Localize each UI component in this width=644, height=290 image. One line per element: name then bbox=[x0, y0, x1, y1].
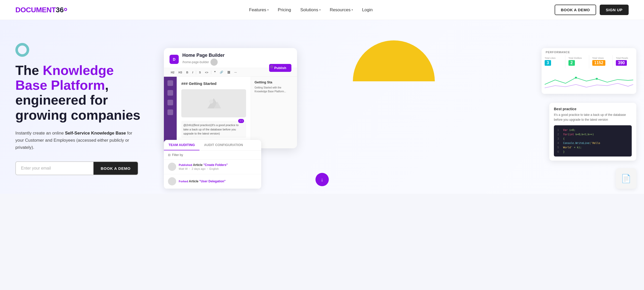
performance-header: PERFORMANCE bbox=[542, 48, 636, 55]
stat-likes-value: 3 bbox=[545, 60, 551, 66]
preview-text: Getting Started with the Knowledge Base … bbox=[255, 86, 293, 93]
toolbar-bold[interactable]: B bbox=[185, 70, 189, 74]
audit-item-1: Published Article "Create Folders" Matt … bbox=[164, 160, 261, 174]
forked-badge: Forked bbox=[179, 180, 188, 183]
book-demo-nav-button[interactable]: BOOK A DEMO bbox=[555, 5, 596, 15]
image-placeholder bbox=[181, 89, 246, 117]
cta-book-demo-button[interactable]: BOOK A DEMO bbox=[93, 162, 138, 175]
hero-content: The Knowledge Base Platform, engineered … bbox=[15, 35, 149, 175]
login-link[interactable]: Login bbox=[362, 7, 373, 13]
code-line-6: 6 } bbox=[557, 150, 628, 154]
audit-item-title-1: Published Article "Create Folders" bbox=[179, 163, 257, 167]
stat-reads: Total Reads 390 bbox=[613, 55, 636, 68]
audit-filter[interactable]: ⊟ Filter by bbox=[164, 151, 261, 160]
audit-item-content-1: Published Article "Create Folders" Matt … bbox=[179, 163, 257, 170]
nav-links: Features ▾ Pricing Solutions ▾ Resources… bbox=[249, 7, 373, 13]
svg-point-2 bbox=[209, 99, 213, 104]
stat-likes: Total Likes 3 bbox=[542, 55, 565, 68]
preview-title: Getting Sta bbox=[255, 80, 293, 84]
audit-card: TEAM AUDITING AUDIT CONFIGURATION ⊟ Filt… bbox=[164, 140, 261, 189]
sidebar-icon-3 bbox=[167, 100, 173, 105]
chevron-down-icon: ▾ bbox=[352, 8, 353, 11]
tab-team-auditing[interactable]: TEAM AUDITING bbox=[164, 140, 199, 150]
best-practice-title: Best practice bbox=[554, 107, 632, 111]
article-preview: Getting Sta Getting Started with the Kno… bbox=[251, 77, 297, 148]
performance-chart bbox=[542, 68, 636, 94]
nav-item-pricing[interactable]: Pricing bbox=[278, 7, 291, 13]
file-icon: 📄 bbox=[621, 174, 631, 183]
hero-cta-form: BOOK A DEMO bbox=[15, 161, 138, 175]
toolbar-h2[interactable]: H2 bbox=[170, 70, 176, 74]
gear-icon[interactable]: ⚙ bbox=[270, 64, 273, 69]
nav-item-features[interactable]: Features ▾ bbox=[249, 7, 269, 13]
toolbar-blockquote[interactable]: ❝ bbox=[213, 70, 217, 74]
mountain-icon bbox=[206, 97, 221, 110]
logo[interactable]: DOCUMENT 36 bbox=[15, 6, 67, 14]
svg-point-3 bbox=[575, 77, 577, 79]
editor-body: ### Getting Started 1 1 @(Info)(Best pra… bbox=[164, 77, 297, 148]
code-line-5: 5 World' + k); bbox=[557, 145, 628, 150]
sidebar-icon-1 bbox=[167, 80, 173, 86]
toolbar-italic[interactable]: I bbox=[191, 70, 194, 74]
features-link[interactable]: Features ▾ bbox=[249, 7, 269, 13]
best-practice-text: It's a good practice to take a back up o… bbox=[554, 113, 632, 122]
hero-mockup: D Home Page Builder /home-page-builder P… bbox=[159, 35, 629, 189]
scroll-down-icon: ↓ bbox=[321, 177, 323, 183]
stat-dislikes-value: 2 bbox=[568, 60, 575, 66]
toolbar-more[interactable]: ··· bbox=[233, 70, 238, 74]
chart-svg bbox=[545, 71, 633, 91]
scroll-circle[interactable]: ↓ bbox=[315, 173, 329, 186]
audit-item-2: Forked Article "User Delegation" bbox=[164, 174, 261, 189]
dot-separator: ● bbox=[207, 168, 208, 170]
stat-views-value: 1152 bbox=[592, 60, 606, 66]
stat-dislikes-label: Total Dislikes bbox=[568, 57, 586, 59]
filter-icon: ⊟ bbox=[168, 153, 171, 157]
stat-dislikes: Total Dislikes 2 bbox=[565, 55, 589, 68]
stat-views: Total Views 1152 bbox=[589, 55, 613, 68]
editor-sidebar bbox=[164, 77, 177, 148]
code-line-1: 1 Var i=0; bbox=[557, 128, 628, 132]
best-practice-card: Best practice It's a good practice to ta… bbox=[549, 103, 636, 161]
sidebar-icon-4 bbox=[167, 109, 173, 115]
pricing-link[interactable]: Pricing bbox=[278, 7, 291, 13]
email-input[interactable] bbox=[16, 162, 93, 175]
nav-actions: BOOK A DEMO SIGN UP bbox=[555, 5, 629, 15]
nav-item-solutions[interactable]: Solutions ▾ bbox=[300, 7, 321, 13]
published-badge: Published bbox=[179, 163, 192, 166]
code-line-2: 2 for(int k=0;k<t;k++) bbox=[557, 132, 628, 137]
toolbar-link[interactable]: 🔗 bbox=[218, 70, 225, 74]
toolbar-separator bbox=[211, 71, 211, 74]
performance-stats: Total Likes 3 Total Dislikes 2 Total Vie… bbox=[542, 55, 636, 68]
editor-callout: 1 1 @(Info)(Best practice)(It's a good p… bbox=[181, 121, 246, 138]
resources-link[interactable]: Resources ▾ bbox=[330, 7, 353, 13]
avatar bbox=[210, 59, 218, 66]
stat-reads-label: Total Reads bbox=[616, 57, 633, 59]
stat-likes-label: Total Likes bbox=[545, 57, 562, 59]
audit-avatar-2 bbox=[168, 177, 176, 185]
tab-audit-configuration[interactable]: AUDIT CONFIGURATION bbox=[199, 140, 248, 150]
toolbar-separator bbox=[196, 71, 196, 74]
sign-up-button[interactable]: SIGN UP bbox=[600, 5, 629, 15]
toolbar-strikethrough[interactable]: S bbox=[198, 70, 202, 74]
scroll-hint[interactable]: ↓ bbox=[315, 173, 329, 186]
stat-views-label: Total Views bbox=[592, 57, 610, 59]
svg-point-4 bbox=[596, 78, 598, 80]
nav-item-login[interactable]: Login bbox=[362, 7, 373, 13]
chevron-down-icon: ▾ bbox=[319, 8, 321, 11]
navigation: DOCUMENT 36 Features ▾ Pricing Solutions… bbox=[0, 0, 644, 20]
hero-section: The Knowledge Base Platform, engineered … bbox=[0, 20, 644, 194]
toolbar-h3[interactable]: H3 bbox=[177, 70, 183, 74]
editor-card-header: D Home Page Builder /home-page-builder P… bbox=[164, 48, 297, 68]
nav-item-resources[interactable]: Resources ▾ bbox=[330, 7, 353, 13]
card-title: Home Page Builder bbox=[182, 53, 291, 58]
app-logo-icon: D bbox=[170, 55, 179, 64]
toolbar-code[interactable]: <> bbox=[204, 70, 209, 74]
chevron-down-icon: ▾ bbox=[267, 8, 269, 11]
code-line-3: 3 { bbox=[557, 137, 628, 141]
audit-item-content-2: Forked Article "User Delegation" bbox=[179, 180, 257, 183]
yellow-semicircle-decoration bbox=[353, 40, 435, 81]
logo-text: DOCUMENT bbox=[15, 6, 56, 14]
solutions-link[interactable]: Solutions ▾ bbox=[300, 7, 321, 13]
stat-reads-value: 390 bbox=[616, 60, 627, 66]
toolbar-image[interactable]: 🖼 bbox=[226, 70, 231, 74]
